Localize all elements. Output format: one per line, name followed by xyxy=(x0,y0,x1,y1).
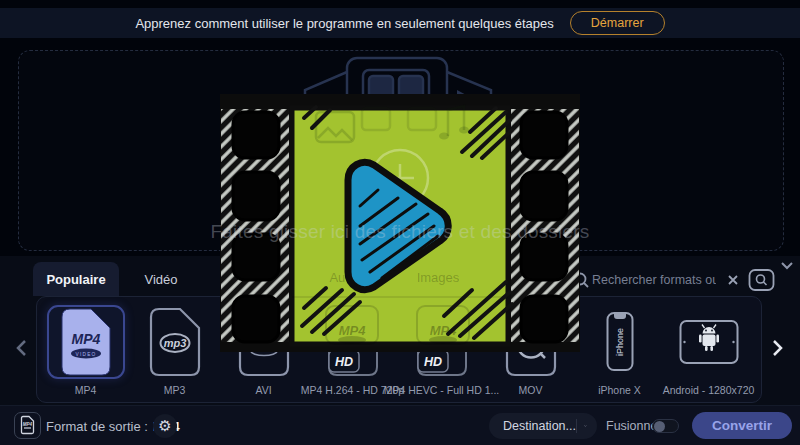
svg-text:AVI: AVI xyxy=(253,331,274,345)
mp4-hd-file-icon: MP4 VIDEO HD xyxy=(411,306,473,378)
conversion-bar: MP4 Format de sortie : MP4 ⚙ Destination… xyxy=(0,405,800,445)
tab-audio[interactable]: Audio xyxy=(299,262,387,296)
start-tour-button[interactable]: Démarrer xyxy=(570,11,665,35)
svg-text:VIDEO: VIDEO xyxy=(433,343,450,348)
tab-populaire[interactable]: Populaire xyxy=(33,262,119,296)
iphone-icon: iPhone xyxy=(589,306,651,378)
search-input[interactable] xyxy=(590,272,718,288)
merge-toggle[interactable] xyxy=(652,419,679,433)
gear-icon[interactable]: ⚙ xyxy=(153,414,177,438)
format-tile[interactable]: MP4 VIDEO MP4 xyxy=(41,305,130,396)
format-tile[interactable]: mp3 MP3 xyxy=(130,305,219,396)
svg-text:iPhone: iPhone xyxy=(615,328,625,356)
format-tile[interactable]: MP4 VIDEO HD MP4 HEVC - Full HD 1... xyxy=(397,305,486,396)
format-tile-label: AVI xyxy=(255,384,271,396)
format-tile-label: Android - 1280x720 xyxy=(663,384,755,396)
svg-text:MP4: MP4 xyxy=(340,326,365,340)
mp3-file-icon: mp3 xyxy=(144,306,206,378)
tab-images[interactable]: Images xyxy=(389,262,483,296)
avi-file-icon: AVI xyxy=(233,306,295,378)
format-carousel: MP4 VIDEO MP4 mp3 MP3 AVI AVI MP4 VIDEO … xyxy=(36,296,762,403)
svg-text:MP4: MP4 xyxy=(429,326,454,340)
mov-file-icon xyxy=(500,306,562,378)
chevron-down-icon[interactable] xyxy=(779,261,795,271)
convert-button[interactable]: Convertir xyxy=(692,412,792,439)
android-tablet-icon xyxy=(678,306,740,378)
format-tile[interactable]: AVI AVI xyxy=(219,305,308,396)
format-tile-label: MP4 HEVC - Full HD 1... xyxy=(384,384,500,396)
svg-text:MP4: MP4 xyxy=(71,331,100,347)
format-tile[interactable]: MP4 VIDEO HD MP4 H.264 - HD 720p xyxy=(308,305,397,396)
svg-text:MP4: MP4 xyxy=(23,422,33,427)
svg-text:HD: HD xyxy=(423,355,441,369)
destination-dropdown[interactable]: Destination... xyxy=(489,413,597,439)
carousel-prev-button[interactable] xyxy=(14,336,30,360)
format-tile-label: MP4 xyxy=(75,384,97,396)
format-tile[interactable]: MOV xyxy=(486,305,575,396)
format-tile[interactable]: Android - 1280x720 xyxy=(664,305,753,396)
video-converter-window: Apprenez comment utiliser le programme e… xyxy=(0,0,800,445)
mp4-video-file-icon: MP4 VIDEO xyxy=(55,306,117,378)
chevron-down-icon xyxy=(584,422,587,430)
format-panel: Populaire Vidéo Audio Images MP4 xyxy=(0,256,800,405)
carousel-next-button[interactable] xyxy=(769,336,785,360)
svg-text:VIDEO: VIDEO xyxy=(75,352,96,357)
video-camera-icon xyxy=(295,50,505,215)
format-strip: MP4 VIDEO MP4 mp3 MP3 AVI AVI MP4 VIDEO … xyxy=(41,305,753,396)
tab-video[interactable]: Vidéo xyxy=(119,262,203,296)
tour-message: Apprenez comment utiliser le programme e… xyxy=(135,16,553,31)
mp4-hd-file-icon: MP4 VIDEO HD xyxy=(322,306,384,378)
device-search-icon[interactable] xyxy=(748,268,775,292)
svg-text:HD: HD xyxy=(334,355,352,369)
format-tile[interactable]: iPhone iPhone X xyxy=(575,305,664,396)
svg-text:VIDEO: VIDEO xyxy=(344,343,361,348)
tour-banner: Apprenez comment utiliser le programme e… xyxy=(0,8,800,38)
format-tile-label: MOV xyxy=(519,384,543,396)
output-format-icon: MP4 xyxy=(14,412,41,439)
magnifier-icon xyxy=(572,271,590,289)
format-tile-label: iPhone X xyxy=(598,384,641,396)
close-icon[interactable] xyxy=(727,274,739,286)
svg-text:mp3: mp3 xyxy=(163,337,186,349)
format-tile-label: MP3 xyxy=(164,384,186,396)
